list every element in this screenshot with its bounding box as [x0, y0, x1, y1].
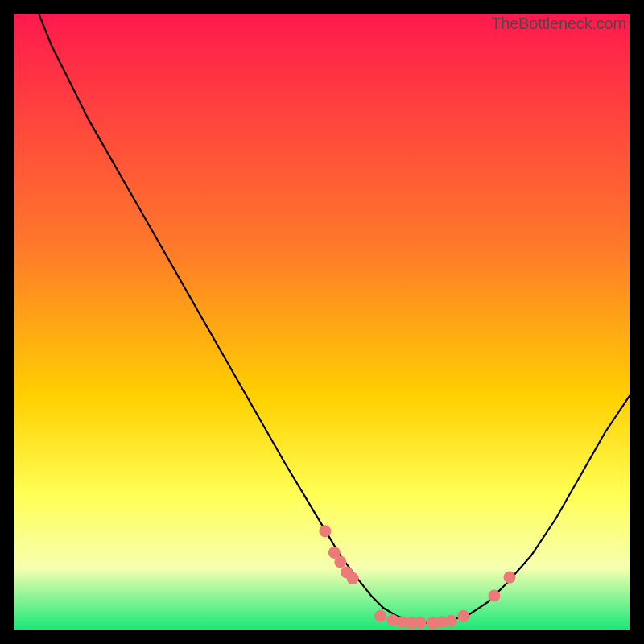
marker-dot — [374, 610, 386, 622]
chart-frame: TheBottleneck.com — [14, 14, 630, 630]
marker-dot — [445, 615, 457, 627]
gradient-background — [14, 14, 630, 630]
marker-dot — [415, 617, 427, 629]
marker-dot — [334, 556, 346, 568]
bottleneck-chart — [14, 14, 630, 630]
watermark-text: TheBottleneck.com — [491, 14, 626, 33]
marker-dot — [457, 610, 469, 622]
marker-dot — [504, 572, 516, 584]
marker-dot — [319, 525, 331, 537]
marker-dot — [488, 590, 500, 602]
marker-dot — [347, 572, 359, 584]
